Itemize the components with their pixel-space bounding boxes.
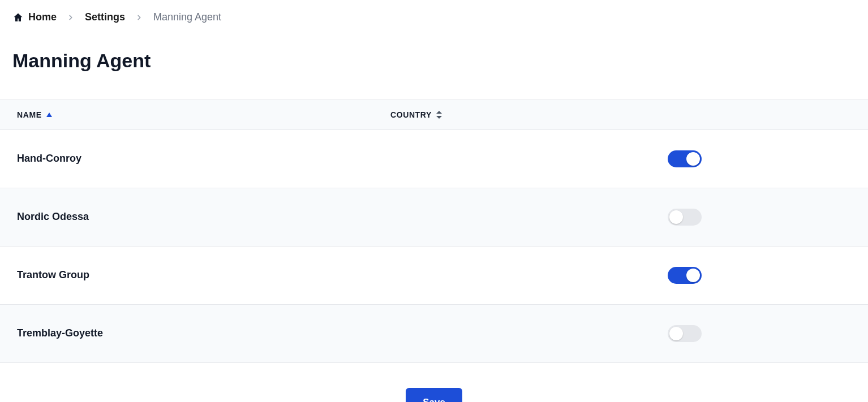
toggle-knob [686, 152, 700, 166]
sort-both-icon [436, 111, 442, 119]
table-header: NAME COUNTRY [0, 100, 868, 130]
column-header-name-label: NAME [17, 110, 42, 119]
cell-toggle [656, 267, 851, 284]
column-header-name[interactable]: NAME [17, 110, 390, 119]
table-row: Tremblay-Goyette [0, 305, 868, 363]
agents-table: NAME COUNTRY Hand-ConroyNordic OdessaTra… [0, 100, 868, 363]
page-title: Manning Agent [0, 42, 868, 87]
chevron-right-icon [135, 14, 143, 21]
svg-marker-1 [436, 111, 442, 114]
svg-marker-0 [46, 113, 52, 117]
cell-name: Hand-Conroy [17, 153, 390, 165]
cell-name: Tremblay-Goyette [17, 327, 390, 339]
cell-name: Trantow Group [17, 269, 390, 281]
table-body: Hand-ConroyNordic OdessaTrantow GroupTre… [0, 130, 868, 363]
sort-asc-icon [46, 113, 52, 117]
cell-toggle [656, 150, 851, 167]
cell-toggle [656, 325, 851, 342]
breadcrumb-home-label: Home [28, 11, 57, 23]
enable-toggle[interactable] [668, 267, 702, 284]
toggle-knob [669, 327, 683, 340]
breadcrumb-current: Manning Agent [153, 11, 221, 23]
toggle-knob [669, 210, 683, 224]
table-row: Hand-Conroy [0, 130, 868, 188]
enable-toggle[interactable] [668, 325, 702, 342]
breadcrumb-current-label: Manning Agent [153, 11, 221, 23]
column-header-country-label: COUNTRY [390, 110, 432, 119]
cell-toggle [656, 209, 851, 226]
enable-toggle[interactable] [668, 150, 702, 167]
table-row: Trantow Group [0, 247, 868, 305]
breadcrumb-settings[interactable]: Settings [85, 11, 125, 23]
chevron-right-icon [67, 14, 75, 21]
breadcrumb: Home Settings Manning Agent [0, 0, 868, 29]
breadcrumb-settings-label: Settings [85, 11, 125, 23]
svg-marker-2 [436, 116, 442, 119]
table-row: Nordic Odessa [0, 188, 868, 247]
home-icon [12, 12, 24, 23]
save-button[interactable]: Save [406, 388, 462, 402]
actions-bar: Save [0, 363, 868, 402]
cell-name: Nordic Odessa [17, 211, 390, 223]
breadcrumb-home[interactable]: Home [12, 11, 57, 23]
enable-toggle[interactable] [668, 209, 702, 226]
column-header-country[interactable]: COUNTRY [390, 110, 656, 119]
toggle-knob [686, 269, 700, 282]
